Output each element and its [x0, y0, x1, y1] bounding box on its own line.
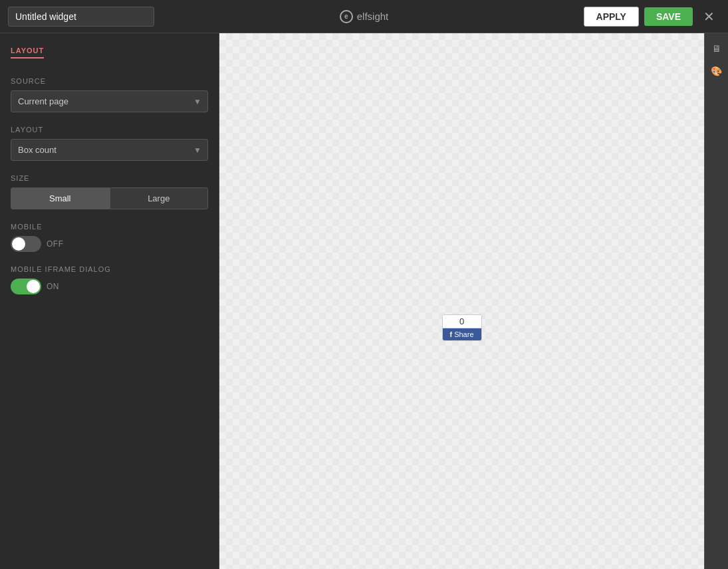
- fb-logo: f: [449, 330, 452, 338]
- size-small-button[interactable]: Small: [11, 187, 110, 209]
- size-group: SIZE Small Large: [11, 174, 208, 209]
- mobile-iframe-toggle-label: ON: [47, 282, 59, 291]
- close-button[interactable]: ✕: [698, 6, 720, 27]
- mobile-toggle-label: OFF: [47, 239, 64, 249]
- mobile-iframe-label: MOBILE IFRAME DIALOG: [11, 265, 208, 273]
- mobile-toggle-row: OFF: [11, 236, 208, 252]
- layout-tab-label[interactable]: LAYOUT: [11, 47, 44, 58]
- size-toggle: Small Large: [11, 187, 208, 209]
- fb-widget: 0 f Share: [442, 314, 482, 341]
- monitor-button[interactable]: 🖥: [707, 39, 727, 58]
- widget-title-input[interactable]: [8, 7, 154, 27]
- apply-button[interactable]: APPLY: [584, 7, 639, 27]
- main-content: LAYOUT SOURCE Current page ▼ LAYOUT Box …: [0, 33, 728, 569]
- paint-button[interactable]: 🎨: [707, 61, 727, 81]
- mobile-iframe-toggle-row: ON: [11, 279, 208, 294]
- mobile-toggle-thumb: [12, 237, 25, 251]
- size-label: SIZE: [11, 174, 208, 182]
- mobile-label: MOBILE: [11, 223, 208, 231]
- close-icon: ✕: [703, 9, 715, 24]
- top-bar-right: APPLY SAVE ✕: [483, 6, 720, 27]
- layout-select-wrapper: Box count Button Button + count ▼: [11, 139, 208, 161]
- layout-select[interactable]: Box count Button Button + count: [11, 139, 208, 161]
- elfsight-icon: e: [340, 10, 353, 23]
- layout-label: LAYOUT: [11, 126, 208, 134]
- mobile-group: MOBILE OFF: [11, 223, 208, 252]
- size-large-button[interactable]: Large: [110, 187, 209, 209]
- mobile-toggle[interactable]: [11, 236, 41, 252]
- monitor-icon: 🖥: [712, 43, 721, 54]
- top-bar: e elfsight APPLY SAVE ✕: [0, 0, 728, 33]
- elfsight-logo-text: elfsight: [357, 11, 389, 22]
- source-group: SOURCE Current page ▼: [11, 77, 208, 112]
- top-bar-left: [8, 7, 245, 27]
- mobile-iframe-group: MOBILE IFRAME DIALOG ON: [11, 265, 208, 294]
- layout-group: LAYOUT Box count Button Button + count ▼: [11, 126, 208, 161]
- source-select[interactable]: Current page: [11, 90, 208, 112]
- elfsight-logo: e elfsight: [245, 10, 483, 23]
- mobile-iframe-toggle[interactable]: [11, 279, 41, 294]
- paint-icon: 🎨: [711, 66, 722, 76]
- source-select-wrapper: Current page ▼: [11, 90, 208, 112]
- mobile-iframe-toggle-thumb: [27, 280, 40, 293]
- left-panel: LAYOUT SOURCE Current page ▼ LAYOUT Box …: [0, 33, 219, 569]
- source-label: SOURCE: [11, 77, 208, 85]
- preview-area: 0 f Share: [219, 33, 704, 569]
- right-sidebar: 🖥 🎨: [704, 33, 728, 569]
- fb-count: 0: [443, 315, 481, 328]
- fb-share-button[interactable]: f Share: [443, 328, 481, 340]
- save-button[interactable]: SAVE: [644, 7, 693, 26]
- fb-share-label: Share: [454, 330, 473, 338]
